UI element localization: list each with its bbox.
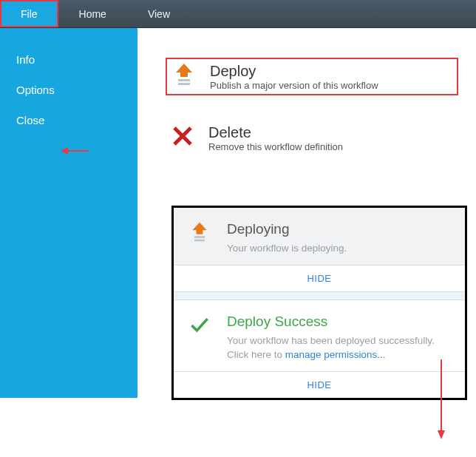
- success-message: Your workflow has been deployed successf…: [227, 334, 450, 362]
- action-delete[interactable]: Delete Remove this workflow definition: [166, 121, 458, 155]
- deploy-icon: [188, 221, 214, 246]
- deploy-subtitle: Publish a major version of this workflow: [210, 80, 378, 91]
- annotation-arrow-down-icon: [435, 358, 447, 442]
- manage-permissions-link[interactable]: manage permissions...: [285, 349, 386, 360]
- svg-marker-7: [192, 223, 206, 234]
- action-deploy[interactable]: Deploy Publish a major version of this w…: [166, 58, 458, 95]
- deploy-title: Deploy: [210, 62, 378, 80]
- hide-button[interactable]: HIDE: [174, 265, 465, 291]
- success-title: Deploy Success: [227, 314, 450, 330]
- delete-title: Delete: [208, 123, 343, 141]
- sidebar-item-options[interactable]: Options: [0, 75, 137, 105]
- deploy-icon: [171, 62, 197, 87]
- status-panel: Deploying Your workflow is deploying. HI…: [171, 206, 467, 400]
- top-nav: File Home View: [0, 0, 476, 28]
- sidebar-item-info[interactable]: Info: [0, 44, 137, 75]
- svg-marker-11: [438, 430, 445, 439]
- panel-divider: [174, 291, 465, 300]
- tab-home[interactable]: Home: [58, 0, 127, 27]
- tab-file[interactable]: File: [0, 0, 58, 27]
- checkmark-icon: [188, 314, 214, 339]
- main-content: Deploy Publish a major version of this w…: [137, 28, 476, 180]
- panel-success: Deploy Success Your workflow has been de…: [174, 300, 465, 371]
- delete-subtitle: Remove this workflow definition: [208, 141, 343, 152]
- deploying-message: Your workflow is deploying.: [227, 242, 347, 256]
- file-sidebar: Info Options Close: [0, 28, 137, 398]
- svg-rect-3: [178, 79, 190, 81]
- deploying-title: Deploying: [227, 221, 347, 237]
- annotation-arrow-left-icon: [61, 145, 90, 157]
- tab-view[interactable]: View: [127, 0, 191, 27]
- hide-button[interactable]: HIDE: [174, 371, 465, 398]
- svg-rect-4: [178, 83, 190, 85]
- delete-icon: [170, 123, 195, 149]
- svg-rect-9: [194, 240, 205, 242]
- svg-marker-2: [176, 64, 192, 77]
- sidebar-item-close[interactable]: Close: [0, 105, 137, 135]
- svg-marker-1: [61, 147, 68, 155]
- panel-deploying: Deploying Your workflow is deploying.: [174, 208, 465, 265]
- svg-rect-8: [194, 236, 205, 238]
